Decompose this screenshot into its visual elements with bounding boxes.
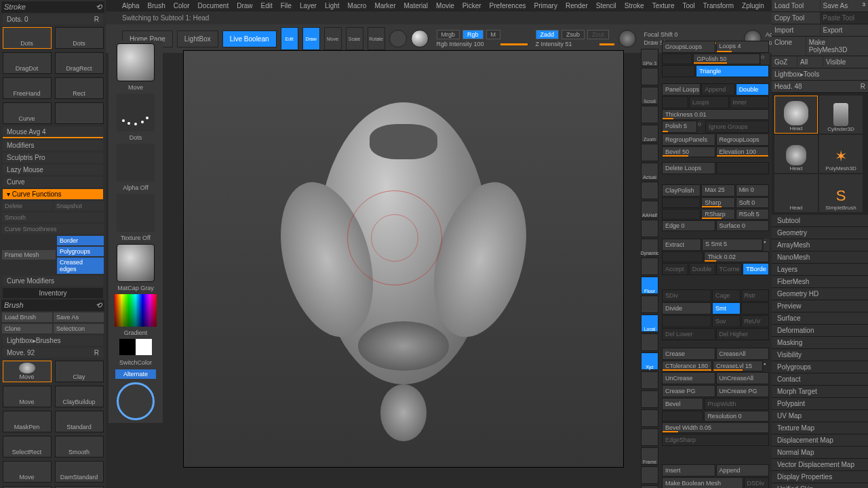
brush-claybuildup[interactable]: ClayBuildup: [55, 386, 104, 407]
alternate-button[interactable]: Alternate: [115, 369, 156, 379]
nav-icon-20[interactable]: [641, 428, 658, 446]
menu-light[interactable]: Light: [325, 2, 340, 9]
stroke-dots2[interactable]: Dots: [55, 27, 104, 49]
uncrease-btn[interactable]: UnCrease: [662, 372, 715, 384]
nav-xyz[interactable]: Xyz: [641, 352, 658, 370]
brush-move2[interactable]: Move: [3, 386, 52, 407]
nav-icon-1[interactable]: [641, 68, 658, 85]
accept-btn[interactable]: Accept: [662, 263, 688, 275]
nav-frame[interactable]: Frame: [641, 447, 658, 465]
double2-btn[interactable]: Double: [689, 263, 715, 275]
menu-brush[interactable]: Brush: [148, 2, 165, 9]
stroke-icon[interactable]: [117, 94, 155, 131]
inventory[interactable]: Inventory: [3, 288, 103, 298]
brush-damstandard[interactable]: DamStandard: [55, 461, 104, 483]
clone-btn[interactable]: Clone: [2, 324, 52, 333]
lightbox-button[interactable]: LightBox: [177, 30, 218, 47]
section-subtool[interactable]: Subtool: [772, 215, 868, 227]
color-picker[interactable]: [115, 294, 157, 327]
brush-smooth[interactable]: Smooth: [55, 436, 104, 458]
lightbox-tools-btn[interactable]: Lightbox▸Tools: [772, 68, 868, 81]
goz-btn[interactable]: GoZ: [772, 56, 797, 68]
creaselvl-slider[interactable]: CreaseLvl 15: [713, 361, 763, 371]
export-btn[interactable]: Export: [821, 24, 869, 37]
menu-macro[interactable]: Macro: [348, 2, 367, 9]
color-black[interactable]: [119, 339, 136, 355]
modifiers[interactable]: Modifiers: [3, 140, 103, 150]
tool-head3[interactable]: 3Head: [774, 174, 818, 212]
bevel-btn[interactable]: Bevel: [662, 398, 703, 410]
section-uv-map[interactable]: UV Map: [772, 410, 868, 422]
groupsloops-btn[interactable]: GroupsLoops: [662, 41, 715, 53]
selecticon-btn[interactable]: SelectIcon: [54, 324, 104, 333]
reuv-btn[interactable]: ReUV: [741, 315, 770, 327]
tool-simplebrush[interactable]: SSimpleBrush: [819, 174, 863, 212]
nav-icon-3[interactable]: [641, 106, 658, 123]
elevation-slider[interactable]: Elevation 100: [716, 146, 770, 157]
ssmt-slider[interactable]: S Smt 5: [702, 239, 763, 251]
dsdiv-btn[interactable]: DSDiv: [744, 477, 769, 488]
brush-panel-title[interactable]: Brush ⟲: [1, 300, 104, 311]
brush-maskpen[interactable]: MaskPen: [3, 411, 52, 432]
loops-btn[interactable]: Loops: [689, 96, 728, 108]
copy-tool-btn[interactable]: Copy Tool: [772, 12, 820, 24]
stroke-freehand[interactable]: FreeHand: [3, 77, 52, 99]
nav-icon-17[interactable]: [641, 371, 658, 389]
section-polygroups[interactable]: Polygroups: [772, 361, 868, 373]
crease-pg-btn[interactable]: Crease PG: [662, 385, 715, 397]
section-unified-skin[interactable]: Unified Skin: [772, 483, 868, 488]
material-icon[interactable]: [117, 244, 155, 282]
section-preview[interactable]: Preview: [772, 300, 868, 312]
brush-move[interactable]: Move: [3, 361, 52, 382]
curve-modifiers[interactable]: Curve Modifiers: [3, 276, 103, 286]
zadd-button[interactable]: Zadd: [536, 30, 559, 39]
make-polymesh-btn[interactable]: Make PolyMesh3D: [806, 37, 868, 56]
save-as-btn[interactable]: Save As: [54, 312, 104, 322]
panel-loops-btn[interactable]: Panel Loops: [662, 83, 701, 96]
resolution-slider[interactable]: Resolution 0: [704, 411, 769, 422]
goz-visible-btn[interactable]: Visible: [823, 56, 868, 68]
rotate-mode-button[interactable]: Rotate: [368, 27, 385, 50]
section-vector-displacement-map[interactable]: Vector Displacement Map: [772, 459, 868, 471]
nav-icon-9[interactable]: [641, 220, 658, 237]
menu-material[interactable]: Material: [404, 2, 429, 9]
surface-slider[interactable]: Surface 0: [716, 220, 770, 231]
section-contact[interactable]: Contact: [772, 373, 868, 386]
collapse-icon[interactable]: ⟲: [96, 3, 102, 12]
menu-primary[interactable]: Primary: [534, 2, 557, 9]
move92-slider[interactable]: Move. 92R: [3, 348, 103, 358]
menu-tool[interactable]: Tool: [682, 2, 694, 9]
max-slider[interactable]: Max 25: [701, 184, 734, 197]
focal-icon[interactable]: [618, 30, 636, 47]
section-nanomesh[interactable]: NanoMesh: [772, 251, 868, 264]
menu-picker[interactable]: Picker: [462, 2, 481, 9]
mouse-avg-slider[interactable]: Mouse Avg 4: [3, 127, 103, 138]
switchcolor-button[interactable]: SwitchColor: [119, 359, 152, 366]
save-as-tool-btn[interactable]: Save As: [821, 0, 869, 12]
menu-edit[interactable]: Edit: [261, 2, 273, 9]
delete-loops-btn[interactable]: Delete Loops: [662, 162, 715, 174]
menu-movie[interactable]: Movie: [436, 2, 454, 9]
thick-slider[interactable]: Thick 0.02: [704, 251, 769, 262]
mrgb-button[interactable]: Mrgb: [437, 30, 460, 39]
triangle-btn[interactable]: Triangle: [696, 65, 769, 77]
color-white[interactable]: [136, 339, 152, 355]
border-opt[interactable]: Border: [57, 236, 104, 245]
regroup-panels-btn[interactable]: RegroupPanels: [662, 134, 715, 146]
double-btn[interactable]: Double: [736, 83, 769, 96]
ctolerance-slider[interactable]: CTolerance 180: [662, 361, 712, 371]
bevel-width-slider[interactable]: Bevel Width 0.05: [662, 422, 769, 433]
curve[interactable]: Curve: [3, 177, 103, 187]
append2-btn[interactable]: Append: [716, 464, 770, 476]
nav-zoom[interactable]: Zoom: [641, 125, 658, 142]
tcorne-btn[interactable]: TCorne: [716, 263, 743, 275]
tborde-btn[interactable]: TBorde: [743, 263, 769, 275]
section-fibermesh[interactable]: FiberMesh: [772, 276, 868, 288]
load-brush-btn[interactable]: Load Brush: [2, 312, 52, 322]
loops4-slider[interactable]: Loops 4: [716, 41, 770, 53]
make-boolean-btn[interactable]: Make Boolean Mesh: [662, 477, 743, 488]
nav-icon-11[interactable]: [641, 258, 658, 275]
nav-floor[interactable]: Floor: [641, 277, 658, 294]
menu-zplugin[interactable]: Zplugin: [742, 2, 764, 9]
edge-slider[interactable]: Edge 0: [662, 220, 715, 231]
